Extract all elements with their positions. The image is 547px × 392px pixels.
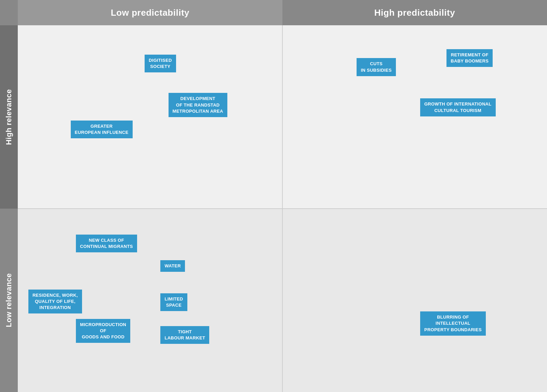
tight-labour-market-box: TIGHTLABOUR MARKET <box>160 326 209 344</box>
low-relevance-label: Low relevance <box>4 273 13 327</box>
content-area: Low predictability High predictability D… <box>18 0 547 392</box>
axis-y: High relevance Low relevance <box>0 0 18 392</box>
water-box: WATER <box>160 260 185 272</box>
axis-y-high-relevance: High relevance <box>0 25 18 209</box>
grid-top-row: DIGITISEDSOCIETY GREATEREUROPEAN INFLUEN… <box>18 25 547 209</box>
header-low-predictability: Low predictability <box>18 0 282 25</box>
residence-work-box: RESIDENCE, WORK,QUALITY OF LIFE,INTEGRAT… <box>28 290 82 314</box>
development-randstad-box: DEVELOPMENTOF THE RANDSTADMETROPOLITAN A… <box>169 93 227 117</box>
grid-area: DIGITISEDSOCIETY GREATEREUROPEAN INFLUEN… <box>18 25 547 392</box>
quadrant-bottom-right: BLURRING OFINTELLECTUALPROPERTY BOUNDARI… <box>283 209 547 392</box>
low-predictability-label: Low predictability <box>111 8 189 18</box>
quadrant-bottom-left: NEW CLASS OFCONTINUAL MIGRANTS RESIDENCE… <box>18 209 283 392</box>
limited-space-box: LIMITEDSPACE <box>160 293 187 311</box>
cuts-in-subsidies-box: CUTSIN SUBSIDIES <box>357 58 396 76</box>
axis-y-low-relevance: Low relevance <box>0 209 18 392</box>
quadrant-top-right: CUTSIN SUBSIDIES RETIREMENT OFBABY BOOME… <box>283 25 547 208</box>
growth-cultural-tourism-box: GROWTH OF INTERNATIONALCULTURAL TOURISM <box>420 98 496 116</box>
blurring-intellectual-property-box: BLURRING OFINTELLECTUALPROPERTY BOUNDARI… <box>420 311 486 336</box>
microproduction-box: MICROPRODUCTIONOFGOODS AND FOOD <box>76 319 130 343</box>
greater-european-influence-box: GREATEREUROPEAN INFLUENCE <box>71 121 133 138</box>
quadrant-top-left: DIGITISEDSOCIETY GREATEREUROPEAN INFLUEN… <box>18 25 283 208</box>
new-class-migrants-box: NEW CLASS OFCONTINUAL MIGRANTS <box>76 235 137 252</box>
header-high-predictability: High predictability <box>282 0 547 25</box>
header-row: Low predictability High predictability <box>18 0 547 25</box>
grid-bottom-row: NEW CLASS OFCONTINUAL MIGRANTS RESIDENCE… <box>18 209 547 392</box>
retirement-baby-boomers-box: RETIREMENT OFBABY BOOMERS <box>446 49 493 67</box>
main-container: High relevance Low relevance Low predict… <box>0 0 547 392</box>
high-relevance-label: High relevance <box>4 89 13 145</box>
axis-corner <box>0 0 18 25</box>
high-predictability-label: High predictability <box>374 8 455 18</box>
digitised-society-box: DIGITISEDSOCIETY <box>145 55 176 72</box>
